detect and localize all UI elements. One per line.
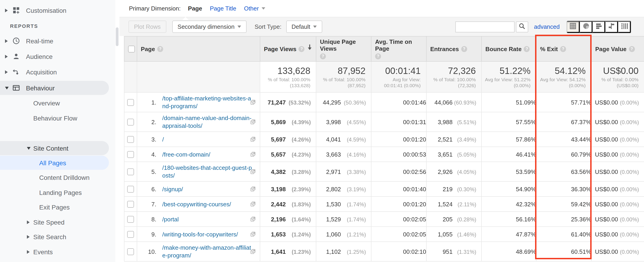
expand-arrow-icon[interactable] <box>5 55 9 58</box>
column-header-entrances[interactable]: Entrances? <box>426 36 482 61</box>
external-link-icon[interactable] <box>250 99 256 105</box>
help-icon[interactable]: ? <box>560 46 566 52</box>
row-checkbox[interactable] <box>127 201 134 207</box>
external-link-icon[interactable] <box>250 169 256 174</box>
header-label: % Exit <box>540 45 558 52</box>
secondary-dimension-label: Secondary dimension <box>178 23 234 30</box>
external-link-icon[interactable] <box>250 216 256 222</box>
search-input[interactable] <box>455 21 514 32</box>
page-views-pct: (53.32%) <box>286 99 311 106</box>
sort-type-dropdown[interactable]: Default <box>286 21 322 33</box>
scrollbar-thumb[interactable] <box>116 27 118 46</box>
help-icon[interactable]: ? <box>524 46 530 52</box>
sort-desc-icon[interactable] <box>307 44 313 52</box>
row-checkbox[interactable] <box>127 186 134 192</box>
performance-view-button[interactable] <box>592 21 605 33</box>
sidebar-scrollbar[interactable] <box>115 0 120 262</box>
page-link[interactable]: /top-affiliate-marketing-websites-and-pr… <box>162 93 254 112</box>
sidebar-item-site-speed[interactable]: Site Speed <box>0 216 115 228</box>
dimension-tab-page-title[interactable]: Page Title <box>210 5 236 12</box>
help-icon[interactable]: ? <box>375 53 381 59</box>
page-link[interactable]: /180-websites-that-accept-guest-posts/ <box>162 162 254 181</box>
column-header-avg-time[interactable]: Avg. Time on Page? <box>371 36 426 61</box>
column-header-percent-exit[interactable]: % Exit? <box>536 36 591 61</box>
sidebar-item-acquisition[interactable]: Acquisition <box>0 66 115 78</box>
page-link[interactable]: /writing-tools-for-copywriters/ <box>162 228 254 240</box>
row-checkbox[interactable] <box>127 151 134 158</box>
bar-chart-icon <box>595 22 602 31</box>
row-index: 5. <box>146 168 156 175</box>
external-link-icon[interactable] <box>250 152 256 157</box>
sidebar-item-customisation[interactable]: Customisation <box>0 4 115 17</box>
dimension-tab-page[interactable]: Page <box>188 5 202 12</box>
exit-value: 61.40% <box>536 227 591 242</box>
page-link[interactable]: /portal <box>162 213 254 225</box>
row-index: 3. <box>146 136 156 143</box>
comparison-view-button[interactable] <box>605 21 618 33</box>
sidebar-item-site-content[interactable]: Site Content <box>0 141 109 155</box>
help-icon[interactable]: ? <box>461 46 467 52</box>
totals-row: 133,628 % of Total: 100.00% (133,628) 87… <box>124 61 644 92</box>
sidebar-item-site-search[interactable]: Site Search <box>0 230 115 243</box>
expand-arrow-icon[interactable] <box>27 250 30 253</box>
sidebar-item-all-pages[interactable]: All Pages <box>0 156 109 170</box>
page-link[interactable]: /domain-name-value-and-domain-appraisal-… <box>162 112 254 132</box>
page-views-value: 71,247 <box>268 99 286 106</box>
row-checkbox[interactable] <box>127 118 134 125</box>
row-checkbox[interactable] <box>127 99 134 106</box>
expand-arrow-icon[interactable] <box>5 39 9 43</box>
row-checkbox[interactable] <box>127 168 134 175</box>
percentage-view-button[interactable] <box>580 21 592 33</box>
external-link-icon[interactable] <box>250 231 256 237</box>
sidebar-item-label: Behaviour <box>26 84 55 91</box>
search-button[interactable] <box>516 21 528 32</box>
sidebar-item-realtime[interactable]: Real-time <box>0 35 115 47</box>
sidebar-item-events[interactable]: Events <box>0 245 115 258</box>
table-view-button[interactable] <box>567 21 580 33</box>
expand-arrow-icon[interactable] <box>5 9 9 12</box>
expand-arrow-icon[interactable] <box>27 235 30 238</box>
expand-arrow-icon[interactable] <box>27 220 30 224</box>
column-header-bounce-rate[interactable]: Bounce Rate? <box>482 36 536 61</box>
pivot-view-button[interactable] <box>618 21 631 33</box>
plot-rows-button[interactable]: Plot Rows <box>128 21 166 33</box>
help-icon[interactable]: ? <box>629 46 635 52</box>
external-link-icon[interactable] <box>250 249 256 254</box>
sidebar-item-audience[interactable]: Audience <box>0 50 115 63</box>
advanced-search-link[interactable]: advanced <box>534 23 560 30</box>
sidebar-item-overview[interactable]: Overview <box>0 97 115 109</box>
row-checkbox[interactable] <box>127 216 134 222</box>
external-link-icon[interactable] <box>250 119 256 124</box>
help-icon[interactable]: ? <box>299 46 305 52</box>
sidebar-item-exit-pages[interactable]: Exit Pages <box>0 201 115 213</box>
page-link[interactable]: / <box>162 134 254 145</box>
external-link-icon[interactable] <box>250 186 256 192</box>
page-link[interactable]: /free-com-domain/ <box>162 149 254 160</box>
table-row: 8. /portal 2,196(1.64%) 1,529(1.74%) 00:… <box>124 212 644 227</box>
entrances-pct: (3.49%) <box>452 136 476 143</box>
help-icon[interactable]: ? <box>320 53 326 59</box>
page-link[interactable]: /make-money-with-amazon-affiliate-progra… <box>162 242 254 261</box>
sidebar-item-behaviour[interactable]: Behaviour <box>0 81 109 95</box>
expand-arrow-icon[interactable] <box>5 70 9 74</box>
collapse-arrow-icon[interactable] <box>5 86 9 89</box>
column-header-unique-page-views[interactable]: Unique Page Views? <box>316 36 371 61</box>
sidebar-item-landing-pages[interactable]: Landing Pages <box>0 186 115 199</box>
row-checkbox[interactable] <box>127 136 134 143</box>
collapse-arrow-icon[interactable] <box>27 147 30 150</box>
column-header-page-value[interactable]: Page Value? <box>591 36 644 61</box>
sidebar-item-behaviour-flow[interactable]: Behaviour Flow <box>0 112 115 124</box>
dimension-tab-other[interactable]: Other <box>244 5 265 12</box>
secondary-dimension-button[interactable]: Secondary dimension <box>172 21 246 33</box>
row-checkbox[interactable] <box>127 248 134 255</box>
page-link[interactable]: /signup/ <box>162 183 254 195</box>
sidebar-item-content-drilldown[interactable]: Content Drilldown <box>0 171 115 184</box>
external-link-icon[interactable] <box>250 137 256 142</box>
help-icon[interactable]: ? <box>157 46 163 52</box>
select-all-checkbox[interactable] <box>128 45 135 52</box>
column-header-page[interactable]: Page? <box>137 36 260 61</box>
external-link-icon[interactable] <box>250 201 256 207</box>
column-header-page-views[interactable]: Page Views? <box>260 36 316 61</box>
page-link[interactable]: /best-copywriting-courses/ <box>162 198 254 210</box>
row-checkbox[interactable] <box>127 231 134 238</box>
